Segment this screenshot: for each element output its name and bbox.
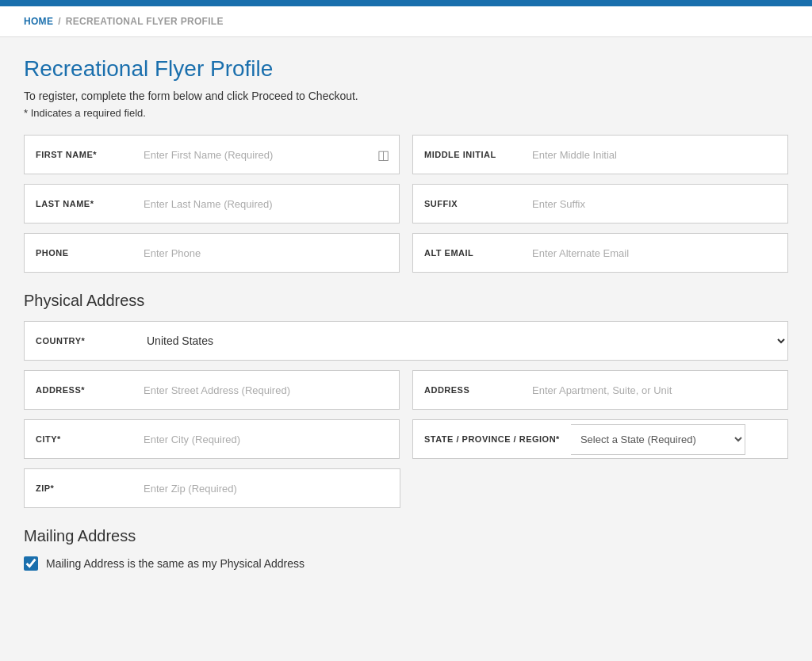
middle-initial-label: MIDDLE INITIAL [413,139,524,170]
form-row-name: FIRST NAME* ◫ MIDDLE INITIAL [24,135,788,174]
suffix-label: SUFFIX [413,188,524,220]
address2-field: ADDRESS [412,370,788,410]
top-bar [0,0,812,6]
first-name-field: FIRST NAME* ◫ [24,135,400,174]
last-name-field: LAST NAME* [24,184,400,224]
address2-input[interactable] [524,373,787,407]
alt-email-label: ALT EMAIL [413,237,524,269]
first-name-input[interactable] [136,138,368,172]
suffix-input[interactable] [524,187,787,221]
zip-field: ZIP* [24,468,400,508]
mailing-same-label[interactable]: Mailing Address is the same as my Physic… [46,557,304,570]
address1-field: ADDRESS* [24,370,400,410]
page-subtitle: To register, complete the form below and… [24,90,788,102]
breadcrumb-home[interactable]: HOME [24,16,53,27]
zip-input[interactable] [136,472,400,506]
city-input[interactable] [136,422,399,457]
breadcrumb: HOME / RECREATIONAL FLYER PROFILE [24,16,788,27]
mailing-same-checkbox[interactable] [24,556,38,571]
state-select[interactable]: Select a State (Required) Alabama Alaska… [571,424,745,455]
page-title: Recreational Flyer Profile [24,56,788,82]
alt-email-field: ALT EMAIL [412,233,788,273]
required-note: * Indicates a required field. [24,107,788,119]
mailing-address-title: Mailing Address [24,527,788,545]
id-card-icon: ◫ [368,147,399,162]
address1-label: ADDRESS* [25,374,136,406]
middle-initial-field: MIDDLE INITIAL [412,135,788,174]
country-select[interactable]: United States Canada Mexico Other [136,323,787,359]
breadcrumb-separator: / [58,16,61,27]
phone-field: PHONE [24,233,400,273]
city-label: CITY* [25,423,136,455]
suffix-field: SUFFIX [412,184,788,224]
city-field: CITY* [24,419,400,459]
middle-initial-input[interactable] [524,138,787,172]
alt-email-input[interactable] [524,236,787,270]
last-name-label: LAST NAME* [25,188,136,220]
breadcrumb-current: RECREATIONAL FLYER PROFILE [66,16,224,27]
form-row-zip: ZIP* [24,468,788,508]
phone-label: PHONE [25,237,136,269]
zip-label: ZIP* [25,472,136,504]
form-row-phone-email: PHONE ALT EMAIL [24,233,788,273]
state-label: STATE / PROVINCE / REGION* [413,423,571,455]
address2-label: ADDRESS [413,374,524,406]
main-content: Recreational Flyer Profile To register, … [0,37,812,602]
physical-address-title: Physical Address [24,292,788,310]
last-name-input[interactable] [136,187,399,221]
address1-input[interactable] [136,373,399,407]
form-row-last-suffix: LAST NAME* SUFFIX [24,184,788,224]
first-name-label: FIRST NAME* [25,139,136,170]
nav-bar: HOME / RECREATIONAL FLYER PROFILE [0,6,812,37]
phone-input[interactable] [136,236,399,270]
mailing-address-section: Mailing Address Mailing Address is the s… [24,527,788,571]
form-row-address: ADDRESS* ADDRESS [24,370,788,410]
mailing-same-row: Mailing Address is the same as my Physic… [24,556,788,571]
country-label: COUNTRY* [25,325,136,357]
state-field: STATE / PROVINCE / REGION* Select a Stat… [412,419,788,459]
form-row-city-state: CITY* STATE / PROVINCE / REGION* Select … [24,419,788,459]
country-field: COUNTRY* United States Canada Mexico Oth… [24,321,788,361]
country-select-wrapper: United States Canada Mexico Other [136,323,787,359]
